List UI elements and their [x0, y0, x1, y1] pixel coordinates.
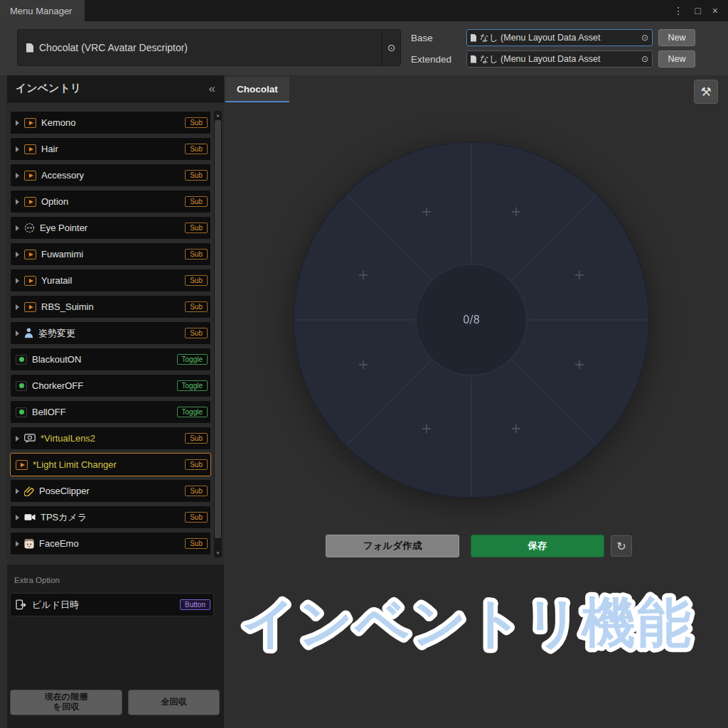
header: Chocolat (VRC Avatar Descriptor) ⊙ Base … [0, 21, 728, 75]
create-folder-button[interactable]: フォルダ作成 [326, 535, 459, 557]
slot-plus-icon[interactable]: + [574, 356, 585, 372]
list-item-option[interactable]: Option Sub [10, 190, 211, 213]
list-item-poseclipper[interactable]: PoseClipper Sub [10, 479, 211, 503]
expand-arrow-icon[interactable] [16, 173, 19, 178]
title-bar: Menu Manager ⋮ □ × [0, 0, 728, 21]
slot-plus-icon[interactable]: + [358, 267, 369, 282]
submenu-icon [24, 197, 36, 207]
slot-plus-icon[interactable]: + [358, 356, 369, 372]
slot-plus-icon[interactable]: + [574, 267, 585, 282]
list-item-eye-pointer[interactable]: Eye Pointer Sub [10, 216, 211, 240]
submenu-icon [16, 460, 28, 470]
list-item-rbs-suimin[interactable]: RBS_Suimin Sub [10, 295, 211, 318]
item-label: BellOFF [32, 407, 172, 417]
window-close-icon[interactable]: × [712, 5, 718, 16]
item-label: TPSカメラ [41, 511, 180, 524]
base-asset-value: なし (Menu Layout Data Asset [480, 32, 638, 44]
scrollbar-thumb[interactable] [215, 120, 221, 538]
tools-button[interactable]: ⚒ [694, 80, 718, 104]
item-label: Accessory [41, 170, 180, 181]
expand-arrow-icon[interactable] [16, 120, 19, 126]
item-label: ビルド日時 [32, 599, 175, 611]
expand-arrow-icon[interactable] [16, 488, 19, 494]
list-item-light-limit-changer[interactable]: *Light Limit Changer Sub [10, 453, 211, 476]
slot-plus-icon[interactable]: + [510, 420, 522, 436]
item-label: Yuratail [41, 275, 180, 286]
expand-arrow-icon[interactable] [16, 199, 19, 205]
window-controls: ⋮ □ × [673, 0, 728, 21]
face-icon [24, 539, 34, 549]
extended-picker-icon[interactable]: ⊙ [641, 54, 648, 64]
tab-chocolat[interactable]: Chocolat [225, 77, 289, 102]
avatar-person-icon [24, 328, 33, 338]
item-label: Fuwamimi [41, 249, 180, 259]
window-tab[interactable]: Menu Manager [0, 0, 85, 21]
expand-arrow-icon[interactable] [16, 252, 19, 257]
radial-menu-wheel[interactable]: + + + + + + + + 0/8 [290, 139, 653, 501]
list-item-faceemo[interactable]: FaceEmo Sub [10, 532, 211, 555]
save-button[interactable]: 保存 [471, 535, 604, 557]
content: インベントリ « Kemono Sub Hair Sub [0, 75, 728, 728]
scroll-down-icon[interactable]: ▼ [214, 549, 222, 557]
extended-new-button[interactable]: New [658, 50, 695, 68]
list-item-pose-change[interactable]: 姿勢変更 Sub [10, 321, 211, 345]
item-label: ChorkerOFF [32, 380, 172, 391]
toggle-icon [16, 355, 27, 365]
layout-asset-fields: Base なし (Menu Layout Data Asset ⊙ New Ex… [411, 29, 695, 68]
expand-arrow-icon[interactable] [16, 515, 19, 520]
expand-arrow-icon[interactable] [16, 146, 19, 152]
expand-arrow-icon[interactable] [16, 304, 19, 310]
avatar-object-field[interactable]: Chocolat (VRC Avatar Descriptor) ⊙ [17, 29, 401, 66]
video-camera-icon [24, 513, 36, 521]
camera-bubble-icon [24, 434, 36, 444]
scroll-up-icon[interactable]: ▲ [214, 111, 222, 119]
window-menu-icon[interactable]: ⋮ [673, 5, 683, 16]
list-item-blackout-on[interactable]: BlackoutON Toggle [10, 348, 211, 371]
list-item-fuwamimi[interactable]: Fuwamimi Sub [10, 242, 211, 266]
slot-plus-icon[interactable]: + [421, 420, 432, 436]
base-picker-icon[interactable]: ⊙ [641, 33, 648, 43]
expand-arrow-icon[interactable] [16, 331, 19, 336]
avatar-object-picker-icon[interactable]: ⊙ [382, 30, 400, 65]
toggle-icon [16, 381, 27, 391]
list-item-chorker-off[interactable]: ChorkerOFF Toggle [10, 374, 211, 397]
overlay-caption-text: インベントリ機能 [242, 591, 693, 654]
slot-plus-icon[interactable]: + [510, 203, 522, 219]
expand-arrow-icon[interactable] [16, 225, 19, 231]
asset-doc-icon [471, 34, 476, 42]
refresh-icon: ↻ [616, 540, 626, 553]
list-item-hair[interactable]: Hair Sub [10, 137, 211, 161]
item-type-badge: Button [180, 599, 210, 610]
item-type-badge: Sub [185, 538, 208, 549]
item-type-badge: Toggle [177, 354, 208, 365]
extended-asset-value: なし (Menu Layout Data Asset [480, 53, 638, 65]
list-item-kemono[interactable]: Kemono Sub [10, 111, 211, 134]
item-type-badge: Sub [185, 144, 208, 154]
item-label: *VirtualLens2 [41, 433, 180, 444]
paperclip-icon [24, 486, 34, 496]
extended-asset-field[interactable]: なし (Menu Layout Data Asset ⊙ [466, 50, 653, 68]
base-asset-field[interactable]: なし (Menu Layout Data Asset ⊙ [466, 29, 653, 46]
item-label: PoseClipper [39, 486, 180, 496]
submenu-icon [24, 118, 36, 128]
list-item-yuratail[interactable]: Yuratail Sub [10, 269, 211, 292]
window-maximize-icon[interactable]: □ [695, 5, 700, 16]
base-new-button[interactable]: New [658, 29, 695, 46]
list-item-tps-camera[interactable]: TPSカメラ Sub [10, 505, 211, 529]
list-item-accessory[interactable]: Accessory Sub [10, 164, 211, 187]
list-scrollbar[interactable]: ▲ ▼ [214, 111, 222, 557]
toggle-icon [16, 407, 27, 417]
item-type-badge: Sub [185, 486, 208, 496]
expand-arrow-icon[interactable] [16, 278, 19, 284]
collect-all-button[interactable]: 全回収 [128, 690, 220, 715]
list-item-virtuallens2[interactable]: *VirtualLens2 Sub [10, 427, 211, 450]
collapse-icon[interactable]: « [209, 82, 215, 96]
list-item-build-date[interactable]: ビルド日時 Button [10, 593, 214, 616]
wheel-svg: + + + + + + + + 0/8 [290, 139, 653, 501]
refresh-button[interactable]: ↻ [611, 535, 632, 557]
expand-arrow-icon[interactable] [16, 436, 19, 441]
collect-current-button[interactable]: 現在の階層 を回収 [10, 690, 122, 715]
list-item-bell-off[interactable]: BellOFF Toggle [10, 400, 211, 424]
expand-arrow-icon[interactable] [16, 541, 19, 547]
slot-plus-icon[interactable]: + [421, 203, 432, 219]
